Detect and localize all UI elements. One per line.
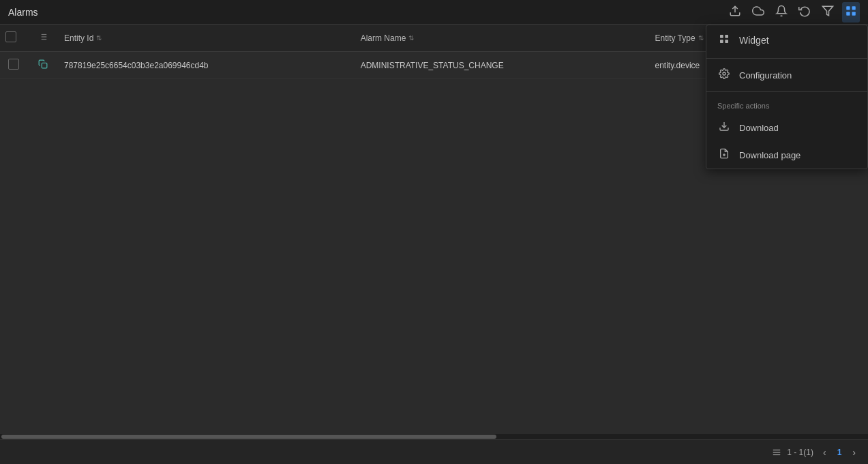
- download-page-label: Download page: [739, 150, 800, 160]
- prev-page-button[interactable]: ‹: [819, 444, 830, 461]
- copy-row-icon[interactable]: [38, 60, 48, 71]
- bell-icon[interactable]: [773, 2, 790, 23]
- copy-header: [30, 25, 56, 52]
- svg-rect-16: [720, 35, 723, 38]
- svg-rect-17: [725, 35, 728, 38]
- widget-menu-icon[interactable]: [842, 2, 860, 23]
- horizontal-scrollbar[interactable]: [0, 434, 868, 439]
- pagination-nav: ‹ 1 ›: [819, 444, 860, 461]
- current-page: 1: [833, 446, 846, 459]
- scrollbar-thumb[interactable]: [1, 435, 496, 439]
- next-page-button[interactable]: ›: [848, 444, 860, 461]
- svg-rect-2: [846, 6, 850, 10]
- download-icon: [717, 121, 731, 134]
- entity-id-header[interactable]: Entity Id ⇅: [56, 25, 353, 52]
- svg-rect-4: [846, 12, 850, 15]
- pagination-info: 1 - 1(1): [787, 448, 813, 457]
- refresh-icon[interactable]: [796, 2, 813, 23]
- select-all-checkbox[interactable]: [5, 31, 16, 42]
- specific-actions-label: Specific actions: [706, 95, 867, 114]
- header-icon-group: [726, 2, 860, 23]
- configuration-icon: [717, 68, 731, 82]
- alarm-name-sort-icon: ⇅: [408, 34, 414, 42]
- widget-dropdown-menu: Widget Configuration Specific actions Do…: [706, 25, 868, 169]
- menu-item-download[interactable]: Download: [706, 114, 867, 141]
- menu-item-configuration[interactable]: Configuration: [706, 61, 867, 89]
- svg-rect-12: [42, 63, 47, 68]
- download-label: Download: [739, 123, 779, 133]
- alarm-name-cell: ADMINISTRATIVE_STATUS_CHANGE: [353, 52, 647, 79]
- svg-rect-3: [852, 6, 856, 10]
- rows-icon: [772, 448, 781, 457]
- cloud-icon[interactable]: [749, 2, 767, 23]
- entity-id-cell: 787819e25c6654c03b3e2a069946cd4b: [56, 52, 353, 79]
- configuration-label: Configuration: [739, 70, 792, 81]
- select-all-header[interactable]: [0, 25, 30, 52]
- export-icon[interactable]: [726, 2, 744, 23]
- footer: 1 - 1(1) ‹ 1 ›: [0, 439, 868, 464]
- row-copy-cell[interactable]: [30, 52, 56, 79]
- svg-rect-18: [720, 40, 723, 43]
- entity-id-sort-icon: ⇅: [96, 34, 102, 42]
- menu-item-widget[interactable]: Widget: [706, 25, 867, 55]
- entity-type-sort-icon: ⇅: [698, 34, 704, 42]
- download-page-icon: [717, 148, 731, 162]
- alarm-name-header[interactable]: Alarm Name ⇅: [353, 25, 647, 52]
- svg-rect-5: [852, 12, 856, 15]
- menu-divider-1: [706, 58, 867, 59]
- header: Alarms: [0, 0, 868, 25]
- widget-label: Widget: [739, 35, 769, 46]
- svg-point-20: [723, 72, 725, 75]
- svg-rect-19: [725, 40, 728, 43]
- menu-item-download-page[interactable]: Download page: [706, 141, 867, 169]
- filter-icon[interactable]: [819, 2, 837, 23]
- svg-marker-1: [823, 6, 833, 16]
- menu-divider-2: [706, 91, 867, 92]
- widget-icon: [717, 33, 731, 47]
- row-checkbox[interactable]: [8, 59, 19, 70]
- row-checkbox-cell[interactable]: [0, 52, 30, 79]
- page-title: Alarms: [8, 7, 38, 18]
